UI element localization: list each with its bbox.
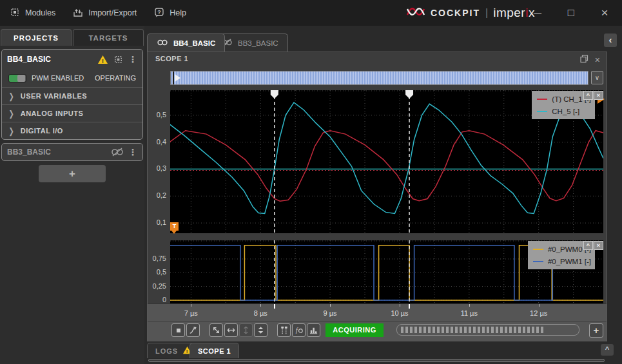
project-bb3-name: BB3_BASIC	[7, 148, 106, 157]
legend-entry-pwm1[interactable]: #0_PWM1 [-]	[533, 255, 591, 267]
menu-help[interactable]: ? Help	[153, 6, 186, 20]
scope-toolbar: f ACQUIRING +	[148, 321, 607, 341]
chevron-right-icon: ❯	[8, 108, 14, 119]
window-controls: — □ ×	[525, 0, 617, 26]
maximize-button[interactable]: □	[559, 4, 583, 22]
stop-button[interactable]	[171, 323, 185, 337]
x-tick-mark	[469, 304, 470, 307]
svg-text:?: ?	[158, 9, 162, 15]
menu-modules-label: Modules	[25, 8, 55, 17]
pwm-toggle[interactable]	[8, 74, 26, 82]
brand-logo: COCKPIT | imperix	[406, 0, 535, 26]
tab-targets[interactable]: TARGETS	[73, 29, 144, 46]
cockpit-window: Modules Import/Export ? Help COCKPIT | i…	[0, 0, 622, 364]
overview-position-marker[interactable]	[173, 72, 174, 84]
tab-scope-1[interactable]: SCOPE 1	[190, 343, 239, 358]
add-scope-button[interactable]: +	[589, 323, 603, 338]
legend-entry-pwm0[interactable]: #0_PWM0 [-]	[533, 243, 591, 255]
legend-collapse-button[interactable]: ^	[583, 241, 593, 250]
y-tick-label: 0,25	[153, 282, 166, 290]
split-vertical-button[interactable]	[254, 323, 267, 337]
tab-projects[interactable]: PROJECTS	[1, 29, 72, 46]
pwm1-color-swatch	[533, 261, 543, 262]
project-bb4-header[interactable]: BB4_BASIC ! ⋮	[2, 50, 142, 69]
legend-close-button[interactable]: ×	[594, 91, 603, 100]
section-user-variables[interactable]: ❯ USER VARIABLES	[2, 87, 142, 104]
acquiring-status-badge: ACQUIRING	[326, 323, 384, 337]
legend-close-button[interactable]: ×	[594, 241, 603, 250]
wave-logo-icon	[406, 5, 425, 21]
minimize-button[interactable]: —	[525, 4, 550, 22]
tab-bb4-basic[interactable]: BB4_BASIC	[147, 34, 225, 52]
overview-dropdown-button[interactable]: ∨	[591, 71, 603, 84]
chevron-right-icon: ❯	[8, 91, 14, 101]
x-tick-label: 9 µs	[317, 309, 343, 317]
fit-horizontal-button[interactable]	[224, 323, 238, 337]
scope-header: SCOPE 1 ×	[148, 52, 607, 66]
cursor-tick-mark[interactable]	[409, 304, 410, 309]
cursors-button[interactable]	[277, 323, 291, 337]
single-shot-button[interactable]	[186, 323, 200, 337]
legend-collapse-button[interactable]: ^	[583, 91, 593, 100]
kebab-menu-icon[interactable]: ⋮	[128, 54, 137, 64]
warning-icon: !	[97, 55, 108, 64]
section-digital-io[interactable]: ❯ DIGITAL I/O	[2, 122, 142, 139]
import-export-icon	[72, 6, 84, 20]
main-area: BB4_BASIC BB3_BASIC ‹ SCOPE 1 ×	[144, 26, 622, 364]
expand-bottom-panel-button[interactable]: ^	[601, 344, 614, 356]
close-scope-icon[interactable]: ×	[595, 55, 600, 65]
y-tick-label: 0,2	[157, 191, 166, 199]
x-tick-mark	[539, 304, 539, 307]
svg-text:!: !	[186, 349, 188, 354]
analog-plot[interactable]: (T) CH_1 [-] CH_5 [-] ^ ×	[170, 90, 603, 233]
horizontal-scrollbar[interactable]	[396, 324, 579, 336]
cursor-tick-mark[interactable]	[274, 304, 275, 309]
y-tick-label: 0,75	[153, 254, 166, 262]
float-window-icon[interactable]	[580, 54, 588, 66]
link-off-icon	[111, 148, 124, 157]
trigger-time-marker[interactable]: T	[170, 222, 179, 231]
svg-text:!: !	[102, 57, 104, 64]
y-axis-top: 0,10,20,30,40,5	[148, 90, 170, 233]
histogram-button[interactable]	[307, 323, 320, 337]
chevron-right-icon: ❯	[8, 126, 14, 136]
pwm-enabled-label: PWM ENABLED	[32, 74, 90, 82]
project-card-bb3: BB3_BASIC ⋮	[1, 143, 143, 161]
acquisition-overview-bar[interactable]	[170, 71, 588, 85]
project-bb4-name: BB4_BASIC	[7, 55, 93, 64]
menu-import-export-label: Import/Export	[88, 8, 137, 17]
math-function-button[interactable]: f	[292, 323, 306, 337]
x-tick-mark	[400, 304, 400, 307]
brand-separator: |	[485, 7, 488, 19]
bottom-tab-bar: LOGS ! SCOPE 1 ^	[144, 343, 622, 364]
digital-plot[interactable]: #0_PWM0 [-] #0_PWM1 [-] ^ ×	[170, 240, 603, 303]
close-button[interactable]: ×	[592, 4, 617, 22]
fit-vertical-button[interactable]	[239, 323, 253, 337]
y-axis-bottom: 00,250,50,75	[148, 240, 170, 303]
auto-scale-button[interactable]	[209, 323, 223, 337]
menu-import-export[interactable]: Import/Export	[72, 6, 137, 20]
project-bb3-header[interactable]: BB3_BASIC ⋮	[2, 144, 142, 160]
y-tick-label: 0,1	[157, 218, 166, 226]
kebab-menu-icon[interactable]: ⋮	[128, 147, 137, 157]
x-tick-mark	[191, 304, 191, 307]
legend-entry-ch5[interactable]: CH_5 [-]	[537, 105, 591, 117]
menu-modules[interactable]: Modules	[9, 6, 55, 20]
pwm-status-row: PWM ENABLED OPERATING	[2, 69, 142, 87]
title-bar: Modules Import/Export ? Help COCKPIT | i…	[0, 0, 622, 26]
bottom-scrollbar[interactable]	[148, 359, 605, 362]
x-tick-mark	[330, 304, 331, 307]
ch1-color-swatch	[537, 99, 547, 100]
y-tick-label: 0,4	[157, 138, 166, 146]
time-axis: 7 µs8 µs9 µs10 µs11 µs12 µs	[148, 303, 607, 321]
overview-marker-handle[interactable]	[175, 74, 180, 82]
menu-bar: Modules Import/Export ? Help	[9, 0, 186, 26]
section-analog-inputs[interactable]: ❯ ANALOG INPUTS	[2, 104, 142, 122]
collapse-right-panel-button[interactable]: ‹	[604, 34, 617, 47]
y-tick-label: 0,5	[157, 268, 166, 276]
sidebar-tabs: PROJECTS TARGETS	[0, 29, 144, 46]
add-project-button[interactable]: +	[39, 165, 106, 182]
ch5-color-swatch	[537, 111, 547, 112]
link-icon	[157, 39, 168, 48]
help-icon: ?	[153, 6, 165, 20]
